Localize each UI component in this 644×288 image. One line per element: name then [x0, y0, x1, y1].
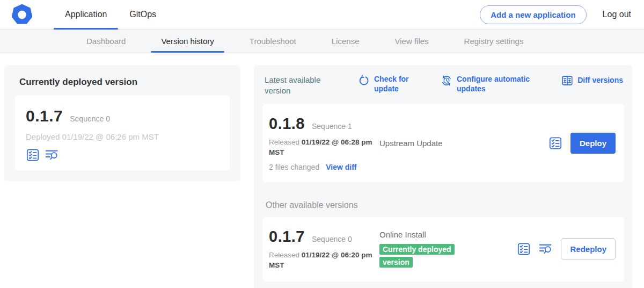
preflight-checks-icon[interactable]	[548, 136, 562, 150]
add-application-button[interactable]: Add a new application	[480, 5, 586, 24]
refresh-icon	[358, 75, 370, 87]
latest-version-number: 0.1.8	[269, 115, 305, 133]
view-logs-icon[interactable]	[45, 148, 59, 162]
files-changed-count: 2 files changed	[269, 163, 319, 171]
subnav-tab-view-files[interactable]: View files	[377, 30, 446, 53]
clock-refresh-icon	[441, 75, 452, 87]
current-version-card: 0.1.7 Sequence 0 Deployed 01/19/22 @ 06:…	[15, 95, 230, 170]
logout-link[interactable]: Log out	[603, 10, 631, 19]
diff-versions-button[interactable]: Diff versions	[561, 75, 623, 87]
deploy-button[interactable]: Deploy	[570, 133, 616, 154]
replicated-logo-icon[interactable]	[12, 4, 32, 25]
deployed-timestamp: Deployed 01/19/22 @ 06:26 pm MST	[26, 132, 219, 141]
redeploy-button[interactable]: Redeploy	[561, 238, 616, 260]
view-logs-icon[interactable]	[539, 242, 553, 256]
app-subnav: Dashboard Version history Troubleshoot L…	[0, 30, 644, 53]
top-navbar: Application GitOps Add a new application…	[0, 0, 644, 30]
subnav-tab-version-history[interactable]: Version history	[143, 30, 231, 53]
latest-version-card: 0.1.8 Sequence 1 Released 01/19/22 @ 06:…	[262, 104, 624, 182]
currently-deployed-title: Currently deployed version	[19, 77, 225, 88]
currently-deployed-panel: Currently deployed version 0.1.7 Sequenc…	[4, 65, 240, 181]
version-source-label: Upstream Update	[379, 139, 548, 148]
tab-application[interactable]: Application	[54, 0, 118, 29]
currently-deployed-badge: Currently deployed version	[379, 244, 455, 268]
preflight-checks-icon[interactable]	[517, 242, 531, 256]
subnav-tab-dashboard[interactable]: Dashboard	[69, 30, 143, 53]
available-versions-panel: Latest available version Check for updat…	[254, 65, 632, 288]
other-version-number: 0.1.7	[269, 228, 305, 246]
other-version-sequence: Sequence 0	[312, 235, 352, 243]
current-version-sequence: Sequence 0	[70, 114, 110, 123]
version-source-label: Online Install	[379, 230, 517, 239]
other-versions-header: Other available versions	[266, 200, 622, 210]
latest-version-sequence: Sequence 1	[312, 122, 352, 131]
latest-available-title: Latest available version	[265, 75, 329, 96]
subnav-tab-registry-settings[interactable]: Registry settings	[447, 30, 541, 53]
tab-gitops[interactable]: GitOps	[118, 0, 167, 29]
released-timestamp: Released 01/19/22 @ 06:28 pm MST	[269, 138, 374, 158]
top-tabs: Application GitOps	[54, 0, 167, 29]
other-version-card: 0.1.7 Sequence 0 Released 01/19/22 @ 06:…	[262, 217, 624, 282]
view-diff-link[interactable]: View diff	[326, 163, 356, 171]
configure-automatic-updates-button[interactable]: Configure automatic updates	[441, 75, 531, 93]
preflight-checks-icon[interactable]	[26, 148, 40, 162]
subnav-tab-troubleshoot[interactable]: Troubleshoot	[232, 30, 314, 53]
current-version-number: 0.1.7	[26, 107, 63, 125]
released-timestamp: Released 01/19/22 @ 06:20 pm MST	[269, 250, 374, 271]
subnav-tab-license[interactable]: License	[314, 30, 377, 53]
diff-versions-icon	[561, 75, 573, 87]
check-for-update-button[interactable]: Check for update	[358, 75, 411, 93]
